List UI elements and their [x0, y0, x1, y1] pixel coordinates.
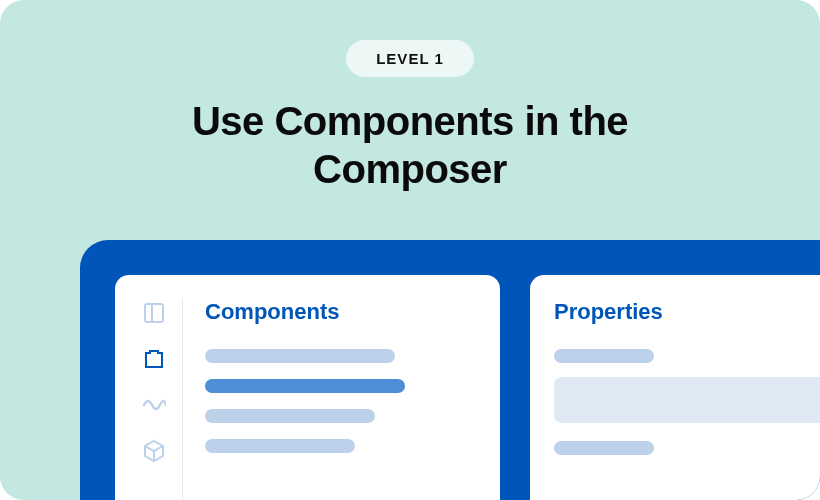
properties-panel: Properties [530, 275, 820, 500]
properties-body [554, 349, 820, 455]
property-label [554, 441, 654, 455]
card-title: Use Components in the Composer [0, 97, 820, 193]
components-list [205, 349, 476, 453]
title-line-1: Use Components in the [192, 99, 628, 143]
components-title: Components [205, 299, 476, 325]
title-line-2: Composer [313, 147, 507, 191]
svg-rect-0 [145, 304, 163, 322]
list-item [205, 409, 375, 423]
list-item [205, 349, 395, 363]
card-header: LEVEL 1 Use Components in the Composer [0, 0, 820, 193]
property-field [554, 377, 820, 423]
block-icon[interactable] [142, 347, 166, 371]
wave-icon[interactable] [142, 393, 166, 417]
cube-icon[interactable] [142, 439, 166, 463]
level-badge: LEVEL 1 [346, 40, 474, 77]
icon-rail [139, 299, 183, 500]
tutorial-card: LEVEL 1 Use Components in the Composer [0, 0, 820, 500]
components-body: Components [183, 299, 476, 500]
list-item [205, 439, 355, 453]
panel-icon[interactable] [142, 301, 166, 325]
properties-title: Properties [554, 299, 820, 325]
property-label [554, 349, 654, 363]
components-panel: Components [115, 275, 500, 500]
list-item [205, 379, 405, 393]
composer-window: Components Properties [80, 240, 820, 500]
